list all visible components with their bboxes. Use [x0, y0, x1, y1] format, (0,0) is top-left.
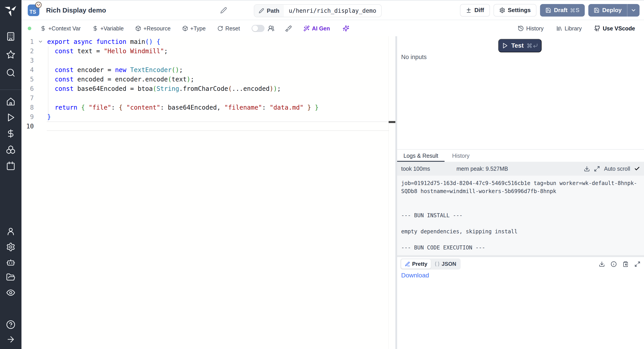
users-icon[interactable] — [268, 25, 274, 32]
variables-dollar-icon[interactable] — [6, 129, 16, 138]
add-type-button[interactable]: +Type — [182, 25, 206, 32]
settings-button[interactable]: Settings — [494, 4, 537, 17]
expand-logs-icon[interactable] — [594, 166, 600, 172]
add-type-label: +Type — [190, 25, 206, 32]
result-resize-handle[interactable] — [397, 255, 644, 257]
workspace-building-icon[interactable] — [6, 32, 16, 41]
download-result-link[interactable]: Download — [401, 272, 429, 279]
right-panel: Test No inputs Logs & Result History too… — [397, 36, 644, 349]
package-icon — [182, 26, 188, 31]
job-duration: took 100ms — [401, 166, 430, 172]
json-view-button[interactable]: JSON — [431, 259, 460, 269]
settings-gear-icon[interactable] — [6, 242, 16, 252]
line-number: 7 — [22, 94, 34, 102]
deploy-split-button: Deploy — [588, 4, 640, 17]
test-button[interactable]: Test — [498, 39, 542, 52]
code-lines: 1export async function main() {2 const t… — [22, 36, 395, 131]
result-tabs: Logs & Result History — [397, 149, 644, 162]
help-icon[interactable] — [6, 320, 16, 329]
diff-button-label: Diff — [474, 7, 484, 14]
windmill-logo-icon[interactable] — [4, 4, 17, 16]
code-line[interactable]: 4 const encoder = new TextEncoder(); — [22, 65, 395, 75]
tab-logs-result[interactable]: Logs & Result — [397, 150, 444, 162]
code-line[interactable]: 3 — [22, 56, 395, 65]
library-button[interactable]: Library — [556, 25, 582, 32]
download-logs-icon[interactable] — [584, 166, 590, 172]
script-emoji-icon — [35, 1, 42, 9]
sidebar — [0, 0, 22, 349]
code-line[interactable]: 8 return { "file": { "content": base64En… — [22, 103, 395, 112]
add-resource-button[interactable]: +Resource — [135, 25, 170, 32]
path-control[interactable]: Path u/henri/rich_display_demo — [254, 4, 382, 17]
code-line[interactable]: 1export async function main() { — [22, 37, 395, 46]
windmill-app: TS Rich Display demo Path u/henri/rich_d… — [0, 0, 644, 349]
add-context-var-button[interactable]: +Context Var — [40, 25, 81, 32]
json-view-label: JSON — [442, 261, 456, 267]
diff-button[interactable]: Diff — [460, 4, 490, 17]
code-line[interactable]: 9} — [22, 112, 395, 122]
add-variable-button[interactable]: +Variable — [92, 25, 124, 32]
code-text: const base64Encoded = btoa(String.fromCh… — [47, 85, 281, 92]
save-icon — [546, 8, 551, 13]
history-button[interactable]: History — [518, 25, 544, 32]
resources-boxes-icon[interactable] — [6, 145, 16, 154]
line-number: 3 — [22, 57, 34, 64]
deploy-menu-button[interactable] — [628, 4, 640, 17]
draft-button[interactable]: Draft S — [540, 4, 585, 17]
sparkles-icon[interactable] — [342, 25, 349, 32]
pretty-view-label: Pretty — [412, 261, 427, 267]
code-editor[interactable]: 1export async function main() {2 const t… — [22, 36, 395, 349]
format-brush-icon[interactable] — [285, 25, 292, 32]
reset-button[interactable]: Reset — [217, 25, 240, 32]
favorites-star-icon[interactable] — [6, 50, 16, 59]
play-icon — [502, 43, 508, 49]
audit-eye-icon[interactable] — [6, 288, 16, 297]
edit-summary-pencil-icon[interactable] — [220, 7, 227, 14]
library-icon — [556, 25, 562, 32]
path-value[interactable]: u/henri/rich_display_demo — [284, 5, 381, 17]
panel-resize-handle[interactable] — [395, 36, 397, 349]
diff-icon — [466, 8, 472, 13]
code-line[interactable]: 6 const base64Encoded = btoa(String.from… — [22, 84, 395, 93]
job-status-bar: took 100ms mem peak: 9.527MB Auto scroll — [397, 162, 644, 176]
path-edit-segment[interactable]: Path — [254, 5, 284, 17]
download-result-icon[interactable] — [599, 261, 605, 267]
diff-mode-toggle[interactable] — [252, 25, 264, 32]
workers-bot-icon[interactable] — [6, 258, 16, 267]
code-line[interactable]: 7 — [22, 93, 395, 103]
deploy-button[interactable]: Deploy — [588, 4, 627, 17]
tab-history[interactable]: History — [444, 150, 477, 162]
pretty-view-button[interactable]: Pretty — [401, 259, 431, 269]
schedules-calendar-icon[interactable] — [6, 161, 16, 170]
check-icon[interactable] — [634, 166, 640, 172]
info-icon[interactable] — [611, 261, 617, 267]
runs-play-icon[interactable] — [6, 113, 16, 122]
code-line[interactable]: 2 const text = "Hello Windmill"; — [22, 46, 395, 56]
refresh-icon — [217, 26, 223, 31]
auto-scroll-label[interactable]: Auto scroll — [604, 166, 630, 172]
logs-text[interactable]: job=01912d75-163d-8204-47c9-5469c516cb1e… — [397, 176, 644, 255]
folders-icon[interactable] — [6, 273, 16, 282]
use-vscode-button[interactable]: Use VScode — [594, 25, 635, 32]
code-line[interactable]: 5 const encoded = encoder.encode(text); — [22, 75, 395, 84]
result-section: Pretty JSON Download — [397, 257, 644, 349]
braces-icon — [434, 261, 440, 267]
line-number: 4 — [22, 66, 34, 74]
users-person-icon[interactable] — [6, 227, 16, 236]
code-line[interactable]: 10 — [22, 122, 395, 131]
line-number: 8 — [22, 104, 34, 111]
ai-gen-button[interactable]: AI Gen — [304, 25, 330, 32]
deploy-button-label: Deploy — [602, 7, 622, 14]
collapse-arrow-right-icon[interactable] — [6, 335, 16, 344]
dollar-icon — [40, 26, 46, 31]
expand-result-icon[interactable] — [634, 261, 640, 267]
fold-chevron-icon[interactable] — [34, 39, 47, 44]
enter-key-icon — [533, 43, 538, 48]
copy-clipboard-icon[interactable] — [622, 261, 628, 267]
code-text: const encoded = encoder.encode(text); — [47, 76, 194, 83]
add-resource-label: +Resource — [143, 25, 170, 32]
search-icon[interactable] — [6, 68, 16, 77]
home-icon[interactable] — [6, 97, 16, 106]
line-number: 9 — [22, 113, 34, 121]
code-text: export async function main() { — [47, 38, 160, 46]
